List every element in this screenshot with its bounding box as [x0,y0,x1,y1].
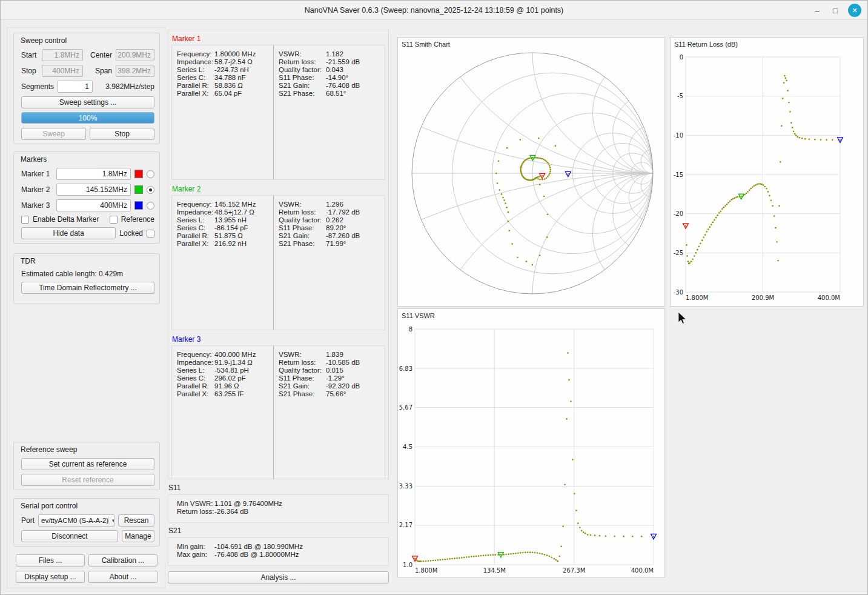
svg-text:4.5: 4.5 [403,444,412,450]
svg-text:-20: -20 [674,210,683,217]
return-loss-chart-panel: S11 Return Loss (dB) 0-5-10-15-20-25-301… [670,37,864,307]
field-label: VSWR: [279,201,326,208]
sweep-control-group: Sweep control Start 1.8MHz Center 200.9M… [13,33,160,144]
field-value: 58.836 Ω [214,82,243,90]
field-value: -76.408 dB @ 1.80000MHz [214,551,299,559]
field-value: 89.20° [326,224,346,232]
set-reference-button[interactable]: Set current as reference [21,458,154,470]
window-title: NanoVNA Saver 0.6.3 (Sweep: nanovna_2025… [305,6,564,15]
tdr-group: TDR Estimated cable length: 0.429m Time … [13,253,160,304]
field-label: S21 Phase: [279,90,326,98]
reference-checkbox[interactable] [110,216,118,224]
hide-data-button[interactable]: Hide data [21,227,116,239]
field-value: -76.408 dB [326,82,360,90]
marker3-color-swatch[interactable] [134,201,143,210]
marker2-color-swatch[interactable] [134,185,143,194]
tdr-button[interactable]: Time Domain Reflectometry ... [21,282,154,294]
field-label: Frequency: [177,201,214,208]
svg-text:-5: -5 [677,93,683,99]
sweep-settings-button[interactable]: Sweep settings ... [21,96,154,108]
marker1-data-title: Marker 1 [172,35,385,43]
marker1-frequency-input[interactable]: 1.8MHz [56,168,131,180]
field-label: Series C: [177,74,214,82]
field-value: -92.320 dB [326,382,360,390]
field-value: 0.015 [326,367,343,374]
disconnect-button[interactable]: Disconnect [21,530,118,542]
smith-chart-title: S11 Smith Chart [402,41,450,48]
marker1-radio[interactable] [147,170,154,178]
field-label: Series C: [177,224,214,232]
manage-button[interactable]: Manage [122,530,154,542]
marker3-radio[interactable] [147,202,154,210]
center-input[interactable]: 200.9MHz [116,49,154,61]
field-label: Max gain: [177,551,214,559]
field-label: Return loss: [279,208,326,216]
reset-reference-button[interactable]: Reset reference [21,474,154,486]
field-label: Impedance: [177,58,214,66]
svg-text:134.5M: 134.5M [483,567,506,574]
field-label: Return loss: [279,58,326,66]
tdr-title: TDR [21,257,36,265]
close-button[interactable]: ✕ [848,4,861,17]
display-setup-button[interactable]: Display setup ... [16,571,85,583]
field-value: -534.81 pH [214,367,249,374]
left-panel: Sweep control Start 1.8MHz Center 200.9M… [7,27,165,588]
minimize-button[interactable]: – [812,5,823,16]
marker1-data-box: Frequency:1.80000 MHz Impedance:58.7-j2.… [171,45,385,180]
enable-delta-marker-checkbox[interactable] [21,216,29,224]
cable-length-label: Estimated cable length: 0.429m [21,270,123,278]
stop-input[interactable]: 400MHz [42,65,83,77]
svg-text:0: 0 [680,54,683,61]
field-value: 71.99° [326,240,346,248]
field-value: 51.875 Ω [214,232,243,240]
markers-title: Markers [21,155,47,164]
field-label: Series L: [177,66,214,74]
field-value: 34.788 nF [214,74,246,82]
mouse-cursor [677,311,689,326]
field-label: Series L: [177,216,214,224]
serial-port-title: Serial port control [21,502,78,510]
field-label: Return loss: [279,359,326,367]
marker1-color-swatch[interactable] [134,170,143,178]
port-select[interactable]: ev/ttyACM0 (S-A-A-2) ▼ [38,514,114,527]
field-label: Impedance: [177,208,214,216]
vswr-chart[interactable]: 86.835.674.53.332.171.01.800M134.5M267.3… [398,309,664,577]
start-label: Start [21,51,38,59]
return-loss-chart[interactable]: 0-5-10-15-20-25-301.800M200.9M400.0M [671,38,863,306]
span-input[interactable]: 398.2MHz [116,65,154,77]
sweep-control-title: Sweep control [21,36,67,45]
files-button[interactable]: Files ... [16,554,85,567]
rescan-button[interactable]: Rescan [118,514,154,527]
field-value: -87.260 dB [326,232,360,240]
s11-section-label: S11 [168,484,181,492]
svg-text:8: 8 [409,326,412,333]
marker2-data-title: Marker 2 [172,185,385,193]
return-loss-chart-title: S11 Return Loss (dB) [674,41,738,48]
field-value: -10.585 dB [326,359,360,367]
locked-checkbox[interactable] [147,230,154,238]
field-value: -86.154 pF [214,224,248,232]
analysis-button[interactable]: Analysis ... [168,571,389,583]
marker2-frequency-input[interactable]: 145.152MHz [56,184,131,196]
maximize-button[interactable]: □ [830,5,841,16]
segments-input[interactable]: 1 [58,81,93,93]
smith-chart[interactable] [398,38,664,306]
calibration-button[interactable]: Calibration ... [88,554,157,567]
field-value: -1.29° [326,374,345,382]
about-button[interactable]: About ... [88,571,157,583]
field-value: 65.04 pF [214,90,242,98]
svg-text:1.800M: 1.800M [686,294,708,301]
center-label: Center [90,51,112,59]
field-label: Quality factor: [279,367,326,374]
field-value: 48.5+j12.7 Ω [214,208,254,216]
stop-label: Stop [21,67,38,75]
sweep-button[interactable]: Sweep [21,128,86,140]
start-input[interactable]: 1.8MHz [42,49,83,61]
marker2-radio[interactable] [147,186,154,194]
field-label: Return loss: [177,508,214,516]
step-size-label: 3.982MHz/step [105,82,154,91]
stop-button[interactable]: Stop [90,128,154,140]
marker3-frequency-input[interactable]: 400MHz [56,199,131,211]
svg-text:6.83: 6.83 [399,365,412,372]
field-value: 145.152 MHz [214,201,256,208]
